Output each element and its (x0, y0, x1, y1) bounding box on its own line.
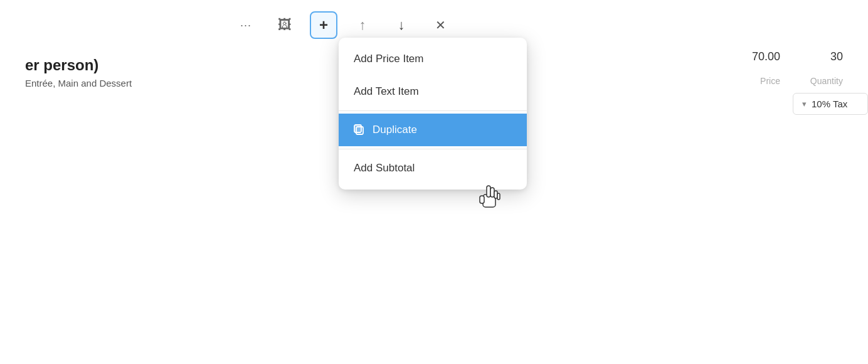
add-subtotal-label: Add Subtotal (354, 162, 415, 174)
add-button[interactable]: + (310, 11, 337, 39)
svg-rect-5 (494, 191, 497, 198)
duplicate-label: Duplicate (373, 124, 417, 136)
image-icon: 🖼 (278, 17, 292, 33)
add-text-item-button[interactable]: Add Text Item (339, 75, 527, 108)
divider-2 (339, 149, 527, 149)
ellipsis-icon: ··· (240, 19, 251, 32)
divider-1 (339, 110, 527, 111)
delete-button[interactable]: ✕ (426, 11, 454, 39)
quantity-value: 30 (830, 50, 843, 63)
move-down-button[interactable]: ↓ (388, 11, 415, 39)
add-dropdown-menu: Add Price Item Add Text Item Duplicate A… (339, 38, 527, 190)
tax-dropdown-chevron: ▾ (802, 99, 807, 109)
svg-rect-1 (354, 125, 361, 132)
price-label: Price (760, 76, 780, 86)
svg-rect-7 (497, 193, 500, 200)
arrow-up-icon: ↑ (359, 17, 366, 33)
quantity-column: 30 Quantity (810, 50, 868, 86)
add-price-item-label: Add Price Item (354, 53, 424, 65)
move-up-button[interactable]: ↑ (349, 11, 376, 39)
image-button[interactable]: 🖼 (271, 11, 299, 39)
arrow-down-icon: ↓ (398, 17, 405, 33)
tax-dropdown-label: 10% Tax (812, 99, 847, 109)
plus-icon: + (319, 16, 328, 34)
duplicate-icon (354, 124, 365, 136)
tax-dropdown[interactable]: ▾ 10% Tax (793, 93, 868, 115)
add-subtotal-button[interactable]: Add Subtotal (339, 152, 527, 185)
price-value: 70.00 (752, 50, 780, 63)
add-price-item-button[interactable]: Add Price Item (339, 43, 527, 75)
close-icon: ✕ (435, 18, 446, 33)
price-column: 70.00 Price (752, 50, 780, 86)
svg-rect-6 (480, 196, 484, 203)
add-text-item-label: Add Text Item (354, 85, 419, 98)
quantity-label: Quantity (810, 76, 843, 86)
ellipsis-button[interactable]: ··· (232, 11, 260, 39)
svg-rect-2 (483, 195, 495, 207)
duplicate-button[interactable]: Duplicate (339, 114, 527, 146)
